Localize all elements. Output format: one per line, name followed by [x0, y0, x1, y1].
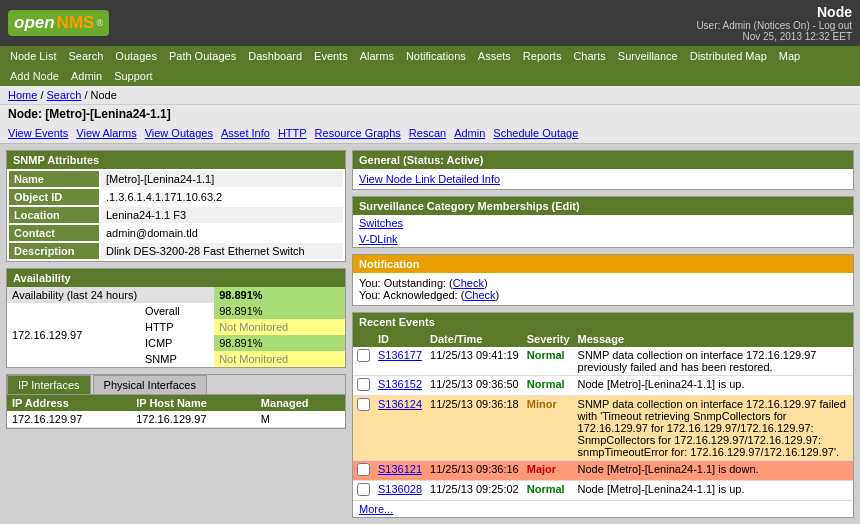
avail-service-label: SNMP — [140, 351, 214, 367]
subnav-view-events[interactable]: View Events — [8, 127, 68, 139]
avail-service-label: ICMP — [140, 335, 214, 351]
event-checkbox-cell[interactable] — [353, 481, 374, 501]
snmp-row: LocationLenina24-1.1 F3 — [9, 207, 343, 223]
snmp-row: Name[Metro]-[Lenina24-1.1] — [9, 171, 343, 187]
events-col-check — [353, 331, 374, 347]
ip-table-row: 172.16.129.97172.16.129.97M — [7, 411, 345, 428]
node-link-detailed[interactable]: View Node Link Detailed Info — [359, 173, 500, 185]
header: open NMS ® Node User: Admin (Notices On)… — [0, 0, 860, 46]
event-id: S136152 — [374, 376, 426, 396]
availability-header: Availability — [7, 269, 345, 287]
subnav-http[interactable]: HTTP — [278, 127, 307, 139]
logo-reg: ® — [96, 18, 103, 28]
nav-item-notifications[interactable]: Notifications — [400, 46, 472, 66]
breadcrumb-search[interactable]: Search — [47, 89, 82, 101]
recent-events-body: IDDate/TimeSeverityMessage S136177 11/25… — [353, 331, 853, 517]
event-id-link[interactable]: S136152 — [378, 378, 422, 390]
more-events-anchor[interactable]: More... — [359, 503, 393, 515]
snmp-attr-value: [Metro]-[Lenina24-1.1] — [101, 171, 343, 187]
acknowledged-label: You: Acknowledged: — [359, 289, 458, 301]
breadcrumb-home[interactable]: Home — [8, 89, 37, 101]
nav-item-add-node[interactable]: Add Node — [4, 66, 65, 86]
nav-item-admin[interactable]: Admin — [65, 66, 108, 86]
events-col-id: ID — [374, 331, 426, 347]
nav-item-outages[interactable]: Outages — [109, 46, 163, 66]
surveillance-item: Switches — [353, 215, 853, 231]
nav-item-reports[interactable]: Reports — [517, 46, 568, 66]
general-section: General (Status: Active) View Node Link … — [352, 150, 854, 190]
acknowledged-check[interactable]: Check — [464, 289, 495, 301]
snmp-row: DescriptionDlink DES-3200-28 Fast Ethern… — [9, 243, 343, 259]
nav-item-map[interactable]: Map — [773, 46, 806, 66]
nav-item-alarms[interactable]: Alarms — [354, 46, 400, 66]
outstanding-check[interactable]: Check — [453, 277, 484, 289]
subnav: View EventsView AlarmsView OutagesAsset … — [0, 125, 860, 144]
avail-service-value: 98.891% — [214, 335, 345, 351]
snmp-attr-label: Contact — [9, 225, 99, 241]
snmp-row: Object ID.1.3.6.1.4.1.171.10.63.2 — [9, 189, 343, 205]
breadcrumb: Home / Search / Node — [0, 86, 860, 105]
avail-service-value: Not Monitored — [214, 351, 345, 367]
subnav-admin[interactable]: Admin — [454, 127, 485, 139]
event-checkbox[interactable] — [357, 483, 370, 496]
recent-events-header: Recent Events — [353, 313, 853, 331]
subnav-view-outages[interactable]: View Outages — [145, 127, 213, 139]
event-checkbox-cell[interactable] — [353, 396, 374, 461]
event-checkbox-cell[interactable] — [353, 461, 374, 481]
snmp-attr-value: Lenina24-1.1 F3 — [101, 207, 343, 223]
notification-header: Notification — [353, 255, 853, 273]
avail-service-value: Not Monitored — [214, 319, 345, 335]
availability-section: Availability Availability (last 24 hours… — [6, 268, 346, 368]
nav-item-support[interactable]: Support — [108, 66, 159, 86]
notification-section: Notification You: Outstanding: (Check) Y… — [352, 254, 854, 306]
surveillance-item: V-DLink — [353, 231, 853, 247]
subnav-asset-info[interactable]: Asset Info — [221, 127, 270, 139]
avail-service-value: 98.891% — [214, 303, 345, 319]
ip-interfaces-section: IP InterfacesPhysical Interfaces IP Addr… — [6, 374, 346, 429]
node-title: Node: [Metro]-[Lenina24-1.1] — [0, 105, 860, 125]
event-checkbox[interactable] — [357, 463, 370, 476]
event-id-link[interactable]: S136121 — [378, 463, 422, 475]
nav-item-node-list[interactable]: Node List — [4, 46, 62, 66]
logo-open: open — [14, 13, 55, 33]
subnav-resource-graphs[interactable]: Resource Graphs — [315, 127, 401, 139]
surveillance-item-link[interactable]: Switches — [359, 217, 403, 229]
nav-item-path-outages[interactable]: Path Outages — [163, 46, 242, 66]
avail-ip-address: 172.16.129.97 — [7, 303, 140, 367]
events-col-message: Message — [574, 331, 853, 347]
event-id-link[interactable]: S136124 — [378, 398, 422, 410]
avail-overall-percent: 98.891% — [214, 287, 345, 303]
event-message: SNMP data collection on interface 172.16… — [574, 347, 853, 376]
event-row: S136124 11/25/13 09:36:18 Minor SNMP dat… — [353, 396, 853, 461]
event-checkbox-cell[interactable] — [353, 376, 374, 396]
nav-item-distributed-map[interactable]: Distributed Map — [684, 46, 773, 66]
nav-item-surveillance[interactable]: Surveillance — [612, 46, 684, 66]
event-severity: Major — [523, 461, 574, 481]
tab-ip-interfaces[interactable]: IP Interfaces — [7, 375, 91, 394]
event-checkbox[interactable] — [357, 398, 370, 411]
subnav-rescan[interactable]: Rescan — [409, 127, 446, 139]
event-checkbox[interactable] — [357, 349, 370, 362]
event-id-link[interactable]: S136028 — [378, 483, 422, 495]
subnav-view-alarms[interactable]: View Alarms — [76, 127, 136, 139]
nav-item-charts[interactable]: Charts — [567, 46, 611, 66]
event-checkbox[interactable] — [357, 378, 370, 391]
nav-item-assets[interactable]: Assets — [472, 46, 517, 66]
ip-col-header: Managed — [256, 395, 345, 411]
nav-item-search[interactable]: Search — [62, 46, 109, 66]
events-col-severity: Severity — [523, 331, 574, 347]
subnav-schedule-outage[interactable]: Schedule Outage — [493, 127, 578, 139]
event-id-link[interactable]: S136177 — [378, 349, 422, 361]
event-message: Node [Metro]-[Lenina24-1.1] is up. — [574, 376, 853, 396]
general-header: General (Status: Active) — [353, 151, 853, 169]
snmp-attr-label: Description — [9, 243, 99, 259]
tab-physical-interfaces[interactable]: Physical Interfaces — [93, 375, 207, 394]
surveillance-header: Surveillance Category Memberships (Edit) — [353, 197, 853, 215]
outstanding-line: You: Outstanding: (Check) — [359, 277, 847, 289]
surveillance-item-link[interactable]: V-DLink — [359, 233, 398, 245]
nav-item-dashboard[interactable]: Dashboard — [242, 46, 308, 66]
event-id: S136121 — [374, 461, 426, 481]
event-checkbox-cell[interactable] — [353, 347, 374, 376]
event-id: S136124 — [374, 396, 426, 461]
nav-item-events[interactable]: Events — [308, 46, 354, 66]
